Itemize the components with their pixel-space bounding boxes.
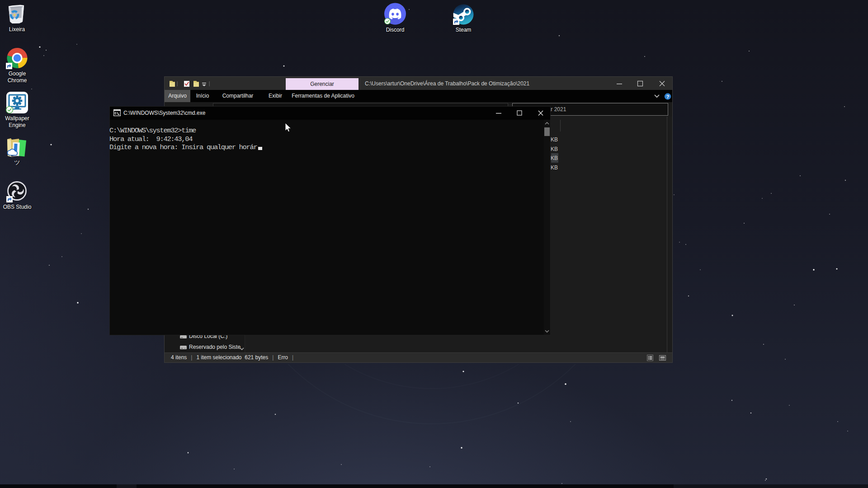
svg-text:?: ? [666, 94, 670, 99]
